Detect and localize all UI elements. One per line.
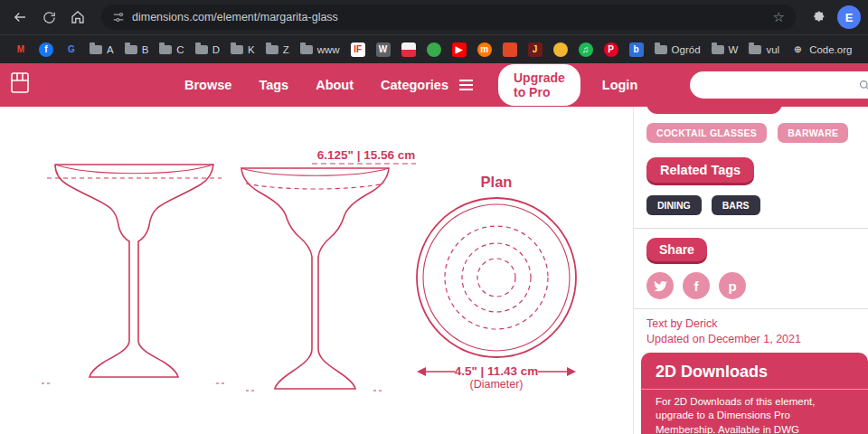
bookmark-item[interactable]: K — [226, 42, 259, 57]
plan-view — [417, 198, 576, 357]
bookmark-item[interactable]: D — [191, 42, 224, 57]
bookmark-item[interactable]: C — [155, 42, 188, 57]
drawing-area: 6.125" | 15.56 cm Plan 4.5" | 11.43 cm (… — [0, 107, 633, 434]
bookmark-item[interactable]: Ogród — [650, 42, 705, 57]
bookmark-item[interactable]: ▶ — [448, 41, 471, 59]
folder-icon — [712, 45, 724, 54]
bookmarks-bar: MfGABCDKZwwwIFW▶mJ♫PbOgródWvul⊕Code.org — [0, 34, 868, 63]
globe-icon: ⊕ — [790, 42, 805, 57]
nav-browse[interactable]: Browse — [184, 78, 231, 92]
tag-pill-cropped[interactable] — [646, 107, 782, 114]
credit-author[interactable]: Text by Derick — [646, 316, 855, 332]
bookmark-item[interactable]: W — [372, 41, 395, 59]
site-search[interactable] — [690, 71, 868, 99]
bookmark-label: K — [248, 44, 255, 55]
extensions-button[interactable] — [807, 5, 832, 30]
pinterest-icon: p — [728, 278, 736, 294]
divider — [634, 228, 868, 229]
flag-icon — [401, 42, 416, 57]
dim-arrow-left — [417, 367, 426, 376]
facebook-icon: f — [694, 278, 699, 294]
reload-icon — [42, 10, 57, 25]
bookmark-item[interactable]: G — [60, 41, 83, 59]
bookmark-item[interactable]: IF — [346, 41, 370, 59]
tag-dining[interactable]: DINING — [646, 195, 702, 215]
downloads-title: 2D Downloads — [641, 353, 868, 390]
address-bar[interactable]: dimensions.com/element/margarita-glass ☆ — [101, 5, 796, 30]
bookmark-item[interactable]: ⊕Code.org — [786, 41, 856, 59]
bookmark-item[interactable] — [549, 41, 572, 59]
divider — [634, 308, 868, 309]
back-button[interactable] — [7, 5, 33, 30]
bookmark-item[interactable]: B — [120, 42, 154, 57]
site-logo[interactable] — [9, 71, 31, 99]
categories-menu-icon[interactable] — [459, 84, 473, 86]
folder-icon — [90, 45, 102, 54]
spotify-icon: ♫ — [579, 42, 593, 57]
bookmark-label: D — [212, 44, 220, 55]
bookmark-item[interactable]: b — [625, 41, 648, 59]
bookmark-item[interactable]: Z — [261, 42, 294, 57]
bookmark-item[interactable] — [422, 41, 446, 59]
bookmark-item[interactable] — [498, 41, 522, 59]
login-button[interactable]: Login — [602, 78, 637, 92]
folder-icon — [195, 45, 208, 54]
favicon: IF — [351, 42, 365, 57]
profile-avatar[interactable]: E — [837, 5, 861, 29]
tag-cocktail-glasses[interactable]: COCKTAIL GLASSES — [646, 123, 767, 143]
favicon — [427, 42, 441, 57]
bookmark-item[interactable]: m — [473, 41, 496, 59]
bookmark-item[interactable]: ♫ — [574, 41, 598, 59]
bookmark-label: A — [107, 44, 114, 55]
folder-icon — [300, 45, 313, 54]
bookmark-item[interactable]: vul — [744, 42, 784, 57]
twitter-icon — [653, 278, 667, 293]
nav-tags[interactable]: Tags — [259, 78, 288, 92]
nav-about[interactable]: About — [316, 78, 354, 92]
downloads-panel: 2D Downloads For 2D Downloads of this el… — [641, 353, 868, 434]
bookmark-item[interactable] — [397, 41, 420, 59]
bookmark-item[interactable]: W — [707, 42, 743, 57]
tag-barware[interactable]: BARWARE — [778, 123, 848, 143]
bookmark-label: C — [176, 44, 184, 55]
folder-icon — [749, 45, 761, 54]
reload-button[interactable] — [36, 5, 61, 30]
bookmark-item[interactable]: P — [599, 41, 623, 59]
bookmark-item[interactable]: A — [85, 42, 118, 57]
search-input[interactable] — [699, 79, 858, 92]
bookmark-label: www — [317, 44, 340, 55]
home-button[interactable] — [65, 5, 90, 30]
bookmark-label: vul — [766, 44, 779, 55]
bookmark-item[interactable]: M — [9, 41, 33, 59]
bookmark-item[interactable]: J — [524, 41, 547, 59]
browser-toolbar: dimensions.com/element/margarita-glass ☆… — [0, 0, 868, 34]
url-text: dimensions.com/element/margarita-glass — [132, 11, 766, 24]
puzzle-icon — [812, 10, 827, 25]
bookmark-star-icon[interactable]: ☆ — [773, 9, 785, 25]
folder-icon — [231, 45, 243, 54]
plan-label: Plan — [481, 174, 513, 190]
home-icon — [70, 9, 86, 25]
bookmark-label: W — [729, 44, 739, 55]
dimensions-logo-icon — [9, 71, 31, 95]
share-twitter-button[interactable] — [646, 272, 674, 299]
share-pinterest-button[interactable]: p — [719, 272, 746, 299]
share-heading: Share — [646, 238, 707, 261]
share-facebook-button[interactable]: f — [683, 272, 710, 299]
main-nav: Browse Tags About Categories — [184, 78, 473, 92]
glass-elevation-front — [42, 165, 227, 383]
bottom-dimension-label: 4.5" | 11.43 cm — [455, 364, 539, 378]
bookmark-label: Ogród — [672, 44, 701, 55]
glass-elevation-section — [241, 168, 389, 391]
site-info-icon[interactable] — [112, 11, 125, 24]
bookmark-item[interactable]: f — [34, 41, 58, 59]
tag-bars[interactable]: BARS — [712, 195, 760, 215]
pinterest-icon: P — [604, 42, 618, 57]
bookmark-item[interactable]: www — [296, 42, 344, 57]
credit-updated: Updated on December 1, 2021 — [646, 332, 855, 347]
nav-categories[interactable]: Categories — [381, 78, 448, 92]
favicon — [503, 42, 517, 57]
favicon: J — [528, 42, 542, 57]
upgrade-to-pro-button[interactable]: Upgrade to Pro — [498, 64, 580, 106]
back-icon — [12, 9, 28, 25]
